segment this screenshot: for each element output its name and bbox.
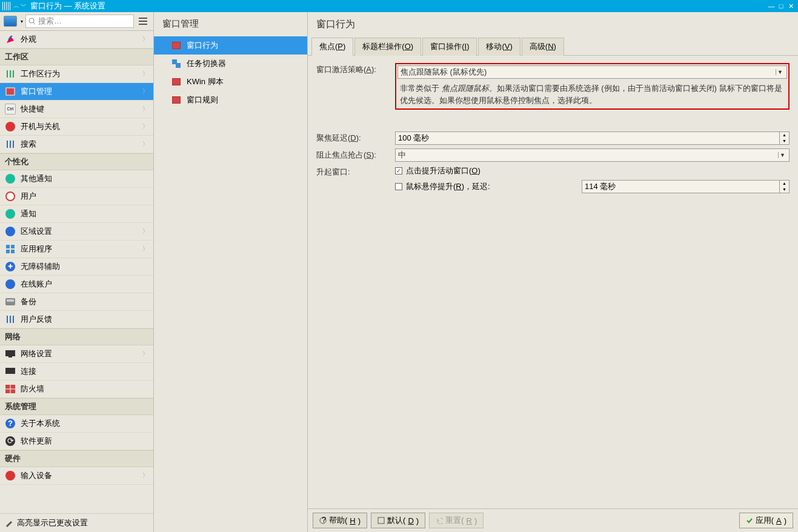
spin-up-icon: ▲ bbox=[780, 132, 789, 138]
svg-rect-15 bbox=[7, 316, 8, 323]
cat-personal: 个性化 bbox=[0, 153, 153, 170]
policy-label: 窗口激活策略(A): bbox=[316, 63, 395, 128]
key-icon: Ctrl bbox=[5, 104, 16, 115]
highlight-changed[interactable]: 高亮显示已更改设置 bbox=[0, 513, 153, 532]
close-button[interactable]: ✕ bbox=[786, 2, 796, 10]
focus-delay-label: 聚焦延迟(D): bbox=[316, 131, 395, 145]
sidebar-item-a11y[interactable]: ✚无障碍辅助 bbox=[0, 258, 153, 276]
defaults-button[interactable]: 默认(D) bbox=[371, 513, 425, 528]
sidebar-item-firewall[interactable]: 防火墙 bbox=[0, 381, 153, 398]
svg-rect-26 bbox=[378, 517, 384, 524]
input-icon bbox=[5, 470, 16, 481]
checkbox-icon bbox=[395, 183, 402, 190]
sidebar-item-notif[interactable]: 通知 bbox=[0, 205, 153, 223]
focus-steal-label: 阻止焦点抢占(S): bbox=[316, 148, 395, 162]
app-icon bbox=[2, 2, 11, 10]
cat-hardware: 硬件 bbox=[0, 450, 153, 467]
policy-help: 非常类似于 焦点跟随鼠标。如果活动窗口需要由系统选择 (例如，由于当前活动窗口被… bbox=[397, 79, 787, 107]
raise-on-click-check[interactable]: 点击提升活动窗口(O) bbox=[395, 165, 790, 176]
sidebar-item-apps[interactable]: 应用程序〉 bbox=[0, 241, 153, 258]
svg-rect-6 bbox=[7, 141, 8, 148]
help-button[interactable]: ?帮助(H) bbox=[313, 513, 367, 528]
svg-rect-14 bbox=[7, 299, 14, 302]
help-icon: ? bbox=[319, 517, 327, 524]
svg-rect-2 bbox=[7, 70, 8, 78]
sidebar-item-shortcuts[interactable]: Ctrl快捷键〉 bbox=[0, 101, 153, 118]
sidebar-item-user[interactable]: 用户 bbox=[0, 188, 153, 205]
appearance-icon bbox=[5, 34, 16, 45]
svg-rect-5 bbox=[6, 88, 15, 95]
subcategory-title: 窗口管理 bbox=[154, 12, 307, 36]
home-icon[interactable] bbox=[4, 16, 17, 27]
conn-icon bbox=[5, 366, 16, 377]
svg-rect-20 bbox=[5, 368, 15, 374]
a11y-icon: ✚ bbox=[5, 261, 16, 272]
window-icon bbox=[172, 42, 181, 49]
disk-icon bbox=[5, 296, 16, 307]
sidebar-item-region[interactable]: 区域设置〉 bbox=[0, 223, 153, 241]
raise-label: 升起窗口: bbox=[316, 165, 395, 197]
apply-button[interactable]: 应用(A) bbox=[739, 513, 793, 528]
chat-icon bbox=[5, 208, 16, 219]
reset-button[interactable]: 重置(R) bbox=[429, 513, 484, 528]
sidebar-item-netset[interactable]: 网络设置〉 bbox=[0, 345, 153, 363]
subcategory-panel: 窗口管理 窗口行为 任务切换器 KWin 脚本 窗口规则 bbox=[154, 12, 308, 532]
highlighted-setting: 焦点跟随鼠标 (鼠标优先)▼ 非常类似于 焦点跟随鼠标。如果活动窗口需要由系统选… bbox=[395, 63, 790, 110]
sidebar-item-startup[interactable]: 开机与关机〉 bbox=[0, 118, 153, 136]
subitem-window-rules[interactable]: 窗口规则 bbox=[154, 91, 307, 109]
user-icon bbox=[5, 191, 16, 202]
sidebar-item-online[interactable]: 在线账户 bbox=[0, 276, 153, 293]
sidebar-item-conn[interactable]: 连接 bbox=[0, 363, 153, 381]
subitem-kwin-scripts[interactable]: KWin 脚本 bbox=[154, 73, 307, 91]
cloud-icon bbox=[5, 279, 16, 290]
minimize-button[interactable]: — bbox=[766, 2, 776, 10]
sidebar-item-appearance[interactable]: 外观〉 bbox=[0, 31, 153, 48]
subitem-window-behavior[interactable]: 窗口行为 bbox=[154, 36, 307, 55]
window-title: 窗口行为 — 系统设置 bbox=[30, 1, 105, 12]
sidebar-item-search[interactable]: 搜索〉 bbox=[0, 136, 153, 153]
power-icon bbox=[5, 121, 16, 132]
shade-buttons[interactable]: ︿﹀ bbox=[13, 2, 27, 10]
search-icon bbox=[28, 18, 36, 25]
hover-delay-spinner[interactable]: 114 毫秒▲▼ bbox=[582, 180, 790, 193]
sidebar-item-feedback[interactable]: 用户反馈 bbox=[0, 311, 153, 328]
raise-on-hover-check[interactable]: 鼠标悬停提升(R)，延迟: 114 毫秒▲▼ bbox=[395, 180, 790, 193]
subitem-task-switcher[interactable]: 任务切换器 bbox=[154, 55, 307, 73]
sidebar-item-window-management[interactable]: 窗口管理〉 bbox=[0, 83, 153, 101]
sidebar-item-update[interactable]: ⟳软件更新 bbox=[0, 433, 153, 450]
tab-titlebar[interactable]: 标题栏操作(O) bbox=[354, 38, 421, 56]
sidebar-item-workspace-behavior[interactable]: 工作区行为〉 bbox=[0, 65, 153, 83]
bell-icon bbox=[5, 173, 16, 184]
script-icon bbox=[172, 78, 181, 85]
focus-steal-combo[interactable]: 中▼ bbox=[395, 148, 790, 162]
svg-rect-8 bbox=[13, 141, 14, 148]
sidebar-item-input[interactable]: 输入设备〉 bbox=[0, 467, 153, 485]
svg-rect-10 bbox=[11, 245, 15, 248]
tab-moving[interactable]: 移动(V) bbox=[478, 38, 520, 56]
tab-content: 窗口激活策略(A): 焦点跟随鼠标 (鼠标优先)▼ 非常类似于 焦点跟随鼠标。如… bbox=[308, 56, 798, 508]
chevron-down-icon: ▼ bbox=[776, 69, 784, 75]
svg-line-1 bbox=[33, 22, 35, 24]
focus-delay-spinner[interactable]: 100 毫秒▲▼ bbox=[395, 131, 790, 145]
checkbox-icon bbox=[395, 167, 402, 175]
sidebar-item-about[interactable]: ?关于本系统 bbox=[0, 415, 153, 433]
tab-advanced[interactable]: 高级(N) bbox=[522, 38, 564, 56]
apps-icon bbox=[5, 244, 16, 254]
policy-combo[interactable]: 焦点跟随鼠标 (鼠标优先)▼ bbox=[397, 65, 787, 79]
svg-rect-11 bbox=[6, 250, 10, 253]
toolbar: ▾ 搜索… bbox=[0, 12, 153, 31]
sidebar-item-other-notif[interactable]: 其他通知 bbox=[0, 170, 153, 188]
tab-window-actions[interactable]: 窗口操作(I) bbox=[422, 38, 477, 56]
svg-rect-12 bbox=[11, 250, 15, 253]
search-input[interactable]: 搜索… bbox=[25, 15, 134, 28]
undo-icon bbox=[436, 517, 443, 524]
svg-rect-19 bbox=[8, 356, 12, 357]
sidebar-nav: 外观〉 工作区 工作区行为〉 窗口管理〉 Ctrl快捷键〉 开机与关机〉 搜索〉… bbox=[0, 31, 153, 513]
maximize-button[interactable]: □ bbox=[776, 2, 786, 10]
switcher-icon bbox=[172, 59, 181, 68]
menu-button[interactable] bbox=[136, 18, 150, 25]
cat-sysadmin: 系统管理 bbox=[0, 398, 153, 415]
tab-focus[interactable]: 焦点(P) bbox=[311, 38, 353, 56]
svg-rect-7 bbox=[10, 141, 11, 148]
sidebar-item-backup[interactable]: 备份 bbox=[0, 293, 153, 311]
